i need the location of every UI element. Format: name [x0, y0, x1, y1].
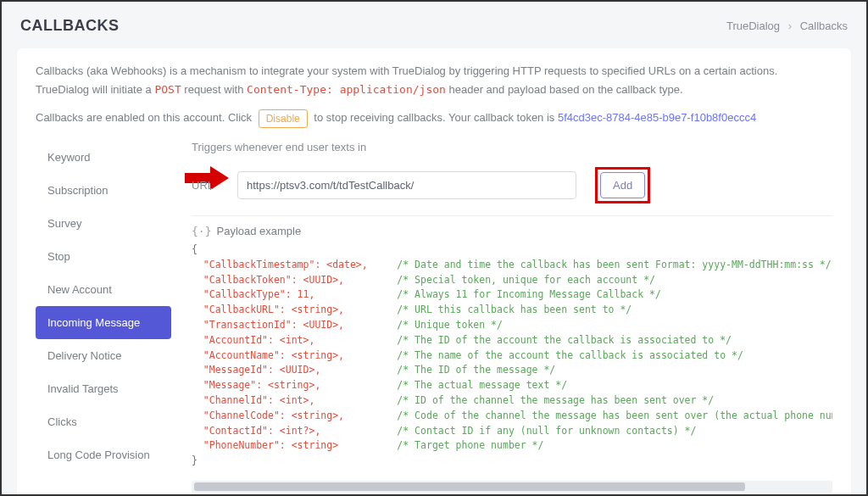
breadcrumb: TrueDialog › Callbacks	[726, 20, 848, 32]
page-header: CALLBACKS TrueDialog › Callbacks	[2, 2, 866, 43]
post-keyword: POST	[154, 83, 181, 96]
horizontal-scrollbar[interactable]	[192, 481, 832, 493]
intro-text: Callbacks (aka Webhooks) is a mechanism …	[36, 62, 832, 99]
sidebar-item-stop[interactable]: Stop	[36, 240, 171, 273]
sidebar-item-incoming-message[interactable]: Incoming Message	[36, 306, 171, 339]
code-line: "MessageId": <UUID>, /* The ID of the me…	[192, 363, 832, 378]
url-label: URL	[192, 179, 219, 192]
sidebar-item-survey[interactable]: Survey	[36, 207, 171, 240]
enable-line: Callbacks are enabled on this account. C…	[36, 108, 832, 129]
callback-type-sidebar: Keyword Subscription Survey Stop New Acc…	[36, 141, 171, 493]
sidebar-item-invalid-targets[interactable]: Invalid Targets	[36, 372, 171, 405]
add-button[interactable]: Add	[600, 172, 645, 198]
main-card: Callbacks (aka Webhooks) is a mechanism …	[17, 48, 851, 496]
sidebar-item-subscription[interactable]: Subscription	[36, 174, 171, 207]
intro-part: header and payload based on the callback…	[446, 83, 683, 96]
url-input[interactable]	[237, 171, 576, 199]
annotation-highlight: Add	[595, 167, 650, 203]
code-line: "ContactId": <int?>, /* Contact ID if an…	[192, 424, 832, 439]
payload-example-title: {·}Payload example	[192, 225, 832, 237]
sidebar-item-delivery-notice[interactable]: Delivery Notice	[36, 339, 171, 372]
page-title: CALLBACKS	[20, 17, 120, 35]
code-close-brace: }	[192, 454, 832, 469]
sidebar-item-keyword[interactable]: Keyword	[36, 141, 171, 174]
divider	[192, 215, 832, 216]
sidebar-item-long-code-provision[interactable]: Long Code Provision	[36, 438, 171, 471]
payload-code-block: { "CallbackTimestamp": <date>, /* Date a…	[192, 242, 832, 477]
code-line: "PhoneNumber": <string> /* Target phone …	[192, 438, 832, 454]
code-line: "TransactionId": <UUID>, /* Unique token…	[192, 318, 832, 333]
disable-button[interactable]: Disable	[259, 109, 308, 128]
code-line: "CallbackTimestamp": <date>, /* Date and…	[192, 258, 832, 273]
code-line: "Message": <string>, /* The actual messa…	[192, 378, 832, 393]
enable-mid: to stop receiving callbacks. Your callba…	[314, 111, 558, 124]
braces-icon: {·}	[192, 225, 211, 237]
payload-title-text: Payload example	[216, 225, 301, 237]
trigger-description: Triggers whenever end user texts in	[192, 141, 832, 153]
sidebar-item-clicks[interactable]: Clicks	[36, 405, 171, 438]
code-line: "ChannelId": <int>, /* ID of the channel…	[192, 393, 832, 409]
url-row: URL Add	[192, 167, 832, 203]
chevron-right-icon: ›	[788, 20, 792, 32]
code-line: "CallbackToken": <UUID>, /* Special toke…	[192, 273, 832, 288]
code-line: "AccountName": <string>, /* The name of …	[192, 348, 832, 364]
code-line: "CallbackType": 11, /* Always 11 for Inc…	[192, 287, 832, 303]
content-type-code: Content-Type: application/json	[247, 83, 446, 96]
scrollbar-thumb[interactable]	[194, 482, 745, 491]
intro-part: request with	[181, 83, 247, 96]
code-line: "CallbackURL": <string>, /* URL this cal…	[192, 303, 832, 318]
enable-pre: Callbacks are enabled on this account. C…	[36, 111, 255, 124]
breadcrumb-root[interactable]: TrueDialog	[726, 20, 780, 32]
callback-token: 5f4cd3ec-8784-4e85-b9e7-f10b8f0eccc4	[558, 111, 756, 124]
code-line: "AccountId": <int>, /* The ID of the acc…	[192, 333, 832, 348]
code-open-brace: {	[192, 242, 832, 258]
callback-detail: Triggers whenever end user texts in URL …	[180, 141, 832, 493]
breadcrumb-current: Callbacks	[800, 20, 848, 32]
sidebar-item-new-account[interactable]: New Account	[36, 273, 171, 306]
code-line: "ChannelCode": <string>, /* Code of the …	[192, 409, 832, 424]
